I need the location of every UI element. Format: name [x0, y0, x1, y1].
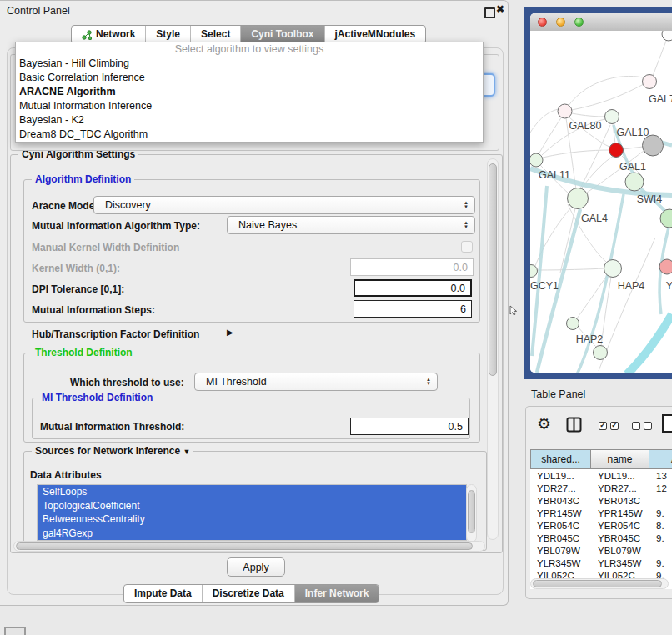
manual-kernel-checkbox[interactable]: [461, 241, 473, 252]
network-edge[interactable]: [538, 268, 604, 270]
network-edge[interactable]: [653, 37, 668, 76]
table-cell: YBL079W: [591, 546, 649, 556]
kernel-width-field[interactable]: 0.0: [350, 258, 474, 276]
table-row[interactable]: YBR045CYBR045C9.: [530, 532, 672, 544]
network-node-gal4[interactable]: [568, 188, 589, 209]
mi-threshold-field[interactable]: 0.5: [350, 418, 469, 435]
deselect-columns-icon[interactable]: [632, 422, 652, 430]
minimize-traffic-light-icon[interactable]: [556, 18, 565, 27]
network-node[interactable]: [643, 135, 664, 156]
table-row[interactable]: YDL19...YDL19...13: [530, 469, 672, 482]
network-node-hap2[interactable]: [567, 318, 579, 330]
expand-right-icon[interactable]: ▶: [227, 328, 233, 337]
algorithm-option[interactable]: Bayesian - Hill Climbing: [16, 57, 483, 71]
data-attributes-list[interactable]: SelfLoopsTopologicalCoefficientBetweenne…: [37, 484, 467, 541]
control-panel-window: Control Panel ✖ NetworkStyleSelectCyni T…: [0, 0, 509, 606]
table-row[interactable]: YBL079WYBL079W: [530, 544, 672, 557]
close-icon[interactable]: ✖: [496, 3, 504, 15]
network-canvas[interactable]: GAL7GAL80GAL10GAL1GAL11SWI4GAL4GCY1HAP4Y…: [530, 31, 672, 372]
network-node[interactable]: [662, 31, 672, 41]
tab-discretize-data[interactable]: Discretize Data: [202, 585, 294, 602]
column-header[interactable]: A: [649, 449, 672, 469]
float-window-icon[interactable]: [484, 8, 495, 18]
table-row[interactable]: YLR345WYLR345W9.: [530, 557, 672, 569]
table-row[interactable]: YDR27...YDR27...12: [530, 482, 672, 494]
columns-icon[interactable]: [566, 417, 582, 432]
settings-vertical-scrollbar[interactable]: [487, 158, 499, 540]
tab-impute-data[interactable]: Impute Data: [124, 585, 202, 602]
network-edge[interactable]: [572, 113, 605, 117]
close-traffic-light-icon[interactable]: [538, 18, 547, 27]
hub-section-label[interactable]: Hub/Transcription Factor Definition: [32, 328, 199, 340]
settings-horizontal-scrollbar[interactable]: [13, 541, 485, 552]
collapse-down-icon[interactable]: ▼: [183, 448, 190, 456]
network-node-gal10[interactable]: [605, 110, 619, 124]
table-cell: YER054C: [530, 521, 591, 531]
network-node-swi4[interactable]: [625, 172, 644, 191]
tab-cyni-toolbox[interactable]: Cyni Toolbox: [240, 26, 323, 43]
network-node[interactable]: [660, 209, 672, 228]
algorithm-option[interactable]: Basic Correlation Inference: [16, 71, 483, 85]
sources-title-text: Sources for Network Inference: [35, 445, 180, 457]
tab-style[interactable]: Style: [145, 26, 190, 43]
network-node-gal1[interactable]: [609, 143, 624, 158]
table-cell: YDR27...: [530, 483, 591, 493]
aracne-mode-value: Discovery: [105, 199, 151, 211]
tab-infer-network[interactable]: Infer Network: [294, 585, 379, 602]
column-header[interactable]: shared...: [530, 449, 591, 469]
tab-select[interactable]: Select: [190, 26, 240, 43]
network-node-hap4[interactable]: [604, 260, 622, 278]
collapsed-panel-icon[interactable]: [4, 627, 26, 635]
column-header[interactable]: name: [591, 449, 649, 469]
network-node-gcy1[interactable]: [530, 265, 538, 278]
network-edge[interactable]: [572, 84, 644, 110]
node-label: GAL10: [617, 127, 649, 138]
desktop: Control Panel ✖ NetworkStyleSelectCyni T…: [0, 0, 672, 635]
algorithm-option[interactable]: Bayesian - K2: [16, 113, 483, 128]
table-panel-title: Table Panel: [531, 388, 585, 400]
table-cell: YLR345W: [530, 558, 591, 568]
table-row[interactable]: YPR145WYPR145W9.: [530, 507, 672, 519]
attributes-list-scrollbar[interactable]: [466, 484, 477, 542]
zoom-traffic-light-icon[interactable]: [574, 18, 584, 27]
network-edge[interactable]: [623, 147, 643, 149]
aracne-mode-label: Aracne Mode:: [32, 200, 98, 212]
algorithm-option[interactable]: ARACNE Algorithm: [16, 85, 483, 99]
mi-type-select[interactable]: Naive Bayes ▲▼: [227, 216, 475, 234]
network-edge[interactable]: [568, 76, 646, 107]
table-horizontal-scrollbar[interactable]: [530, 578, 669, 589]
network-node-y[interactable]: [659, 259, 672, 274]
tab-jactivemnodules[interactable]: jActiveMNodules: [324, 26, 426, 43]
network-node-gal7[interactable]: [643, 75, 657, 89]
mi-steps-field[interactable]: 6: [354, 300, 472, 318]
algorithm-option[interactable]: Dream8 DC_TDC Algorithm: [16, 128, 483, 142]
export-table-icon[interactable]: [662, 414, 672, 433]
data-attribute-item[interactable]: TopologicalCoefficient: [38, 499, 466, 513]
data-attribute-item[interactable]: SelfLoops: [38, 485, 466, 499]
data-attribute-item[interactable]: gal4RGexp: [38, 527, 466, 541]
network-node-gal80[interactable]: [558, 104, 572, 118]
gear-icon[interactable]: ⚙: [537, 414, 551, 433]
spinner-icon: ▲▼: [426, 378, 431, 386]
network-graph[interactable]: GAL7GAL80GAL10GAL1GAL11SWI4GAL4GCY1HAP4Y…: [530, 31, 672, 372]
network-edge[interactable]: [627, 314, 672, 372]
which-threshold-select[interactable]: MI Threshold ▲▼: [194, 372, 438, 391]
network-node[interactable]: [594, 346, 608, 360]
node-label: Y: [666, 280, 672, 292]
apply-button[interactable]: Apply: [227, 558, 285, 577]
network-edge[interactable]: [543, 150, 609, 158]
select-columns-icon[interactable]: ✓ ✓: [599, 422, 619, 430]
network-window-titlebar[interactable]: [530, 13, 672, 32]
node-label: HAP4: [618, 280, 645, 292]
unchecked-box-icon: [644, 422, 652, 430]
table-row[interactable]: YER054CYER054C8.: [530, 519, 672, 532]
dpi-tolerance-field[interactable]: 0.0: [354, 279, 472, 297]
aracne-mode-select[interactable]: Discovery ▲▼: [93, 196, 475, 214]
spinner-icon: ▲▼: [464, 201, 469, 209]
table-row[interactable]: YBR043CYBR043C: [530, 494, 672, 507]
data-attribute-item[interactable]: BetweennessCentrality: [38, 512, 466, 527]
tab-network[interactable]: Network: [72, 26, 145, 43]
algorithm-option[interactable]: Mutual Information Inference: [16, 99, 483, 113]
node-label: GAL1: [619, 161, 646, 172]
network-node-gal11[interactable]: [530, 153, 543, 167]
